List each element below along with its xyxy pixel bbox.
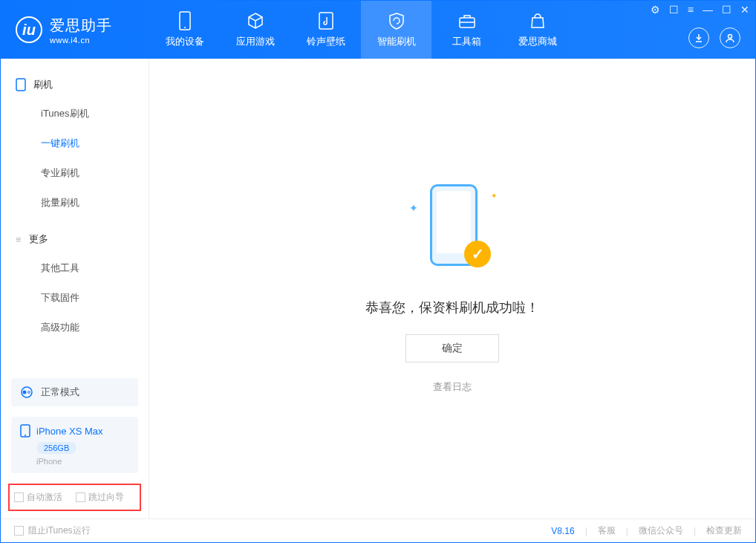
sidebar-item-one-click-flash[interactable]: 一键刷机 [1,129,149,158]
tab-label: 工具箱 [452,35,481,48]
checkbox-block-itunes[interactable]: 阻止iTunes运行 [14,524,91,537]
svg-point-10 [25,435,26,436]
tab-label: 爱思商城 [518,35,557,48]
mode-icon [20,386,33,399]
svg-rect-5 [16,79,25,91]
tab-smart-flash[interactable]: 智能刷机 [361,1,431,59]
minimize-button[interactable]: — [703,4,713,16]
sidebar-item-batch-flash[interactable]: 批量刷机 [1,188,149,218]
status-bar: 阻止iTunes运行 V8.16 | 客服 | 微信公众号 | 检查更新 [1,518,755,542]
shopping-bag-icon [528,11,547,30]
footer-right: V8.16 | 客服 | 微信公众号 | 检查更新 [551,524,742,537]
checkbox-label: 阻止iTunes运行 [28,524,91,537]
checkbox-skip-wizard[interactable]: 跳过向导 [76,491,124,504]
sidebar-item-other-tools[interactable]: 其他工具 [1,253,149,283]
logo-icon: iu [16,16,42,43]
success-message: 恭喜您，保资料刷机成功啦！ [365,299,539,316]
title-bar: iu 爱思助手 www.i4.cn 我的设备 应用游戏 铃声壁纸 智能刷机 [1,1,755,59]
svg-point-1 [184,27,186,28]
device-name: iPhone XS Max [36,426,103,437]
checkbox-auto-activate[interactable]: 自动激活 [14,491,62,504]
main-content: ✦ ✦ ✓ 恭喜您，保资料刷机成功啦！ 确定 查看日志 [149,59,755,518]
tab-toolbox[interactable]: 工具箱 [431,1,502,59]
toolbox-icon [457,11,477,30]
sidebar-item-itunes-flash[interactable]: iTunes刷机 [1,99,149,129]
window-controls: ⚙ ☐ ≡ — ☐ ✕ [651,4,749,16]
download-icon[interactable] [688,27,709,48]
view-log-link[interactable]: 查看日志 [433,380,472,394]
maximize-button[interactable]: ☐ [722,4,731,16]
sidebar: 刷机 iTunes刷机 一键刷机 专业刷机 批量刷机 ≡ 更多 其他工具 下载固… [1,59,149,518]
menu-icon[interactable]: ≡ [688,4,694,16]
ok-button[interactable]: 确定 [405,334,499,362]
svg-point-7 [23,391,27,394]
device-icon [20,424,30,438]
tab-label: 铃声壁纸 [307,35,345,48]
success-illustration: ✦ ✦ ✓ [408,184,497,281]
sidebar-tree: 刷机 iTunes刷机 一键刷机 专业刷机 批量刷机 ≡ 更多 其他工具 下载固… [1,59,149,354]
mode-label: 正常模式 [41,386,79,399]
sparkle-icon: ✦ [409,202,418,214]
app-name-en: www.i4.cn [50,36,112,45]
check-update-link[interactable]: 检查更新 [706,524,742,537]
sidebar-section-flash[interactable]: 刷机 [1,71,149,99]
app-window: iu 爱思助手 www.i4.cn 我的设备 应用游戏 铃声壁纸 智能刷机 [0,0,756,543]
tab-label: 智能刷机 [377,35,416,48]
sidebar-item-download-firmware[interactable]: 下载固件 [1,283,149,313]
sidebar-item-professional-flash[interactable]: 专业刷机 [1,158,149,188]
section-label: 更多 [29,233,48,246]
music-file-icon [316,11,336,30]
tab-label: 应用游戏 [236,35,275,48]
close-button[interactable]: ✕ [740,4,749,16]
device-type: iPhone [36,457,129,466]
svg-point-8 [28,391,30,394]
device-box[interactable]: iPhone XS Max 256GB iPhone [11,417,138,473]
tab-store[interactable]: 爱思商城 [502,1,573,59]
svg-rect-2 [319,13,333,29]
sidebar-section-more[interactable]: ≡ 更多 [1,225,149,253]
checkbox-label: 跳过向导 [88,491,124,504]
refresh-shield-icon [387,11,406,30]
cube-icon [246,11,265,30]
sidebar-item-advanced[interactable]: 高级功能 [1,313,149,342]
user-icon[interactable] [720,27,740,48]
customer-service-link[interactable]: 客服 [598,524,616,537]
version-label: V8.16 [551,526,574,536]
main-tabs: 我的设备 应用游戏 铃声壁纸 智能刷机 工具箱 爱思商城 [149,1,573,59]
sparkle-icon: ✦ [491,192,497,200]
highlighted-checkbox-row: 自动激活 跳过向导 [8,484,141,511]
logo-area: iu 爱思助手 www.i4.cn [1,16,149,45]
phone-outline-icon [16,78,26,91]
mode-box[interactable]: 正常模式 [11,378,138,406]
checkbox-label: 自动激活 [27,491,62,504]
body: 刷机 iTunes刷机 一键刷机 专业刷机 批量刷机 ≡ 更多 其他工具 下载固… [1,59,755,518]
section-label: 刷机 [33,78,53,91]
tab-apps-games[interactable]: 应用游戏 [220,1,290,59]
tab-ringtones[interactable]: 铃声壁纸 [290,1,361,59]
feedback-icon[interactable]: ☐ [669,4,679,16]
phone-icon [175,11,195,30]
tab-my-device[interactable]: 我的设备 [149,1,220,59]
app-name-cn: 爱思助手 [50,16,112,36]
wechat-link[interactable]: 微信公众号 [639,524,683,537]
checkbox-icon [14,492,24,502]
header-right-icons [688,27,740,48]
checkbox-icon [14,526,24,536]
check-badge-icon: ✓ [464,241,491,267]
checkbox-icon [76,492,85,502]
device-capacity: 256GB [36,442,76,454]
list-icon: ≡ [16,234,22,245]
svg-point-4 [729,35,732,39]
shirt-icon[interactable]: ⚙ [651,4,660,16]
tab-label: 我的设备 [166,35,204,48]
